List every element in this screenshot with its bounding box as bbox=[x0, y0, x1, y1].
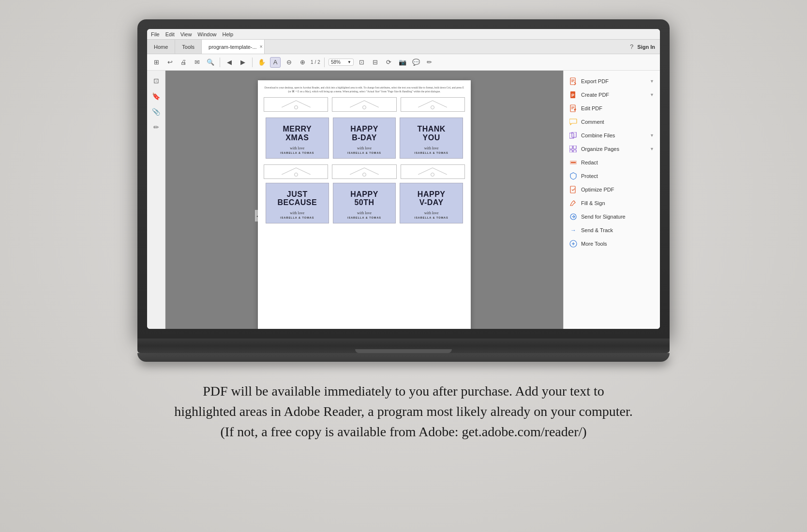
sidebar-layers-icon[interactable]: ✏ bbox=[150, 121, 163, 133]
protect-left: Protect bbox=[569, 172, 598, 180]
sign-in-button[interactable]: Sign In bbox=[637, 44, 655, 50]
comment-tool-icon[interactable]: 💬 bbox=[411, 57, 421, 68]
gift-tag-3: THANKYOU with love ISABELLA & TOMAS bbox=[400, 118, 463, 158]
comment-icon bbox=[569, 118, 577, 126]
sidebar-bookmarks-icon[interactable]: 🔖 bbox=[150, 90, 163, 103]
fit-width-icon[interactable]: ⊟ bbox=[370, 57, 381, 68]
svg-rect-12 bbox=[569, 146, 572, 149]
back-icon[interactable]: ↩ bbox=[164, 57, 175, 68]
laptop-wrapper: File Edit View Window Help Home Tools pr… bbox=[137, 19, 670, 362]
tab-bar: Home Tools program-template-... × ? Sign… bbox=[147, 40, 660, 54]
organize-pages-icon bbox=[569, 145, 577, 153]
tag-names-3: ISABELLA & TOMAS bbox=[415, 151, 448, 154]
tag-with-love-1: with love bbox=[280, 146, 314, 150]
sidebar-attachments-icon[interactable]: 📎 bbox=[150, 105, 163, 118]
menu-view[interactable]: View bbox=[180, 31, 192, 37]
laptop-bottom-bar bbox=[137, 353, 670, 362]
combine-label: Combine Files bbox=[581, 133, 615, 138]
fill-sign-left: Fill & Sign bbox=[569, 199, 605, 207]
right-panel-more-tools[interactable]: More Tools bbox=[564, 237, 660, 251]
tag-outline-4 bbox=[264, 164, 328, 179]
pdf-page: Download to your desktop, open in Acroba… bbox=[258, 80, 471, 329]
svg-rect-14 bbox=[569, 150, 572, 152]
right-panel-combine[interactable]: Combine Files ▼ bbox=[564, 129, 660, 142]
tag-outline-3 bbox=[401, 97, 465, 112]
menu-file[interactable]: File bbox=[151, 31, 160, 37]
toolbar-separator-2 bbox=[252, 58, 253, 67]
left-sidebar: ⊡ 🔖 📎 ✏ bbox=[147, 71, 165, 329]
help-icon[interactable]: ? bbox=[630, 43, 633, 50]
tab-file[interactable]: program-template-... × bbox=[202, 40, 265, 54]
bottom-text-line3: (If not, a free copy is available from A… bbox=[174, 422, 633, 442]
hand-icon[interactable]: ✋ bbox=[256, 57, 267, 68]
menu-bar: File Edit View Window Help bbox=[147, 29, 660, 40]
tab-close-icon[interactable]: × bbox=[260, 44, 263, 49]
tag-names-1: ISABELLA & TOMAS bbox=[280, 151, 314, 154]
zoom-out-icon[interactable]: ⊖ bbox=[284, 57, 294, 68]
protect-icon bbox=[569, 172, 577, 180]
sidebar-pages-icon[interactable]: ⊡ bbox=[150, 74, 163, 87]
email-icon[interactable]: ✉ bbox=[192, 57, 202, 68]
right-panel-organize[interactable]: Organize Pages ▼ bbox=[564, 142, 660, 156]
right-panel-fill-sign[interactable]: Fill & Sign bbox=[564, 196, 660, 210]
tag-outline-2 bbox=[332, 97, 396, 112]
tag-hole-2 bbox=[362, 105, 366, 109]
right-panel-create-pdf[interactable]: P Create PDF ▼ bbox=[564, 88, 660, 102]
select-icon[interactable]: A bbox=[270, 57, 281, 68]
gift-tag-6: HAPPYV-DAY with love ISABELLA & TOMAS bbox=[400, 183, 463, 223]
create-pdf-left: P Create PDF bbox=[569, 91, 609, 99]
tab-home[interactable]: Home bbox=[147, 40, 175, 54]
menu-window[interactable]: Window bbox=[197, 31, 216, 37]
right-panel-export-pdf[interactable]: Export PDF ▼ bbox=[564, 74, 660, 88]
tag-with-love-4: with love bbox=[280, 211, 314, 215]
snapshot-icon[interactable]: 📷 bbox=[397, 57, 408, 68]
new-window-icon[interactable]: ⊞ bbox=[151, 57, 162, 68]
right-panel-protect[interactable]: Protect bbox=[564, 169, 660, 183]
right-panel-send-track[interactable]: → Send & Track bbox=[564, 223, 660, 237]
fit-page-icon[interactable]: ⊡ bbox=[357, 57, 367, 68]
right-panel-send-signature[interactable]: Send for Signature bbox=[564, 210, 660, 223]
next-page-icon[interactable]: ▶ bbox=[238, 57, 248, 68]
gift-tag-4: JUSTBECAUSE with love ISABELLA & TOMAS bbox=[266, 183, 329, 223]
create-pdf-chevron-icon: ▼ bbox=[650, 92, 654, 97]
send-signature-label: Send for Signature bbox=[581, 214, 626, 220]
comment-left: Comment bbox=[569, 118, 604, 126]
tag-footer-2: with love ISABELLA & TOMAS bbox=[347, 146, 381, 154]
tab-tools[interactable]: Tools bbox=[175, 40, 202, 54]
protect-label: Protect bbox=[581, 173, 598, 179]
organize-label: Organize Pages bbox=[581, 146, 619, 152]
right-panel-redact[interactable]: Redact bbox=[564, 156, 660, 169]
more-tools-label: More Tools bbox=[581, 241, 607, 247]
top-tag-row bbox=[264, 97, 465, 112]
svg-text:P: P bbox=[571, 93, 574, 98]
sign-in-area: ? Sign In bbox=[630, 43, 660, 50]
rotate-icon[interactable]: ⟳ bbox=[384, 57, 394, 68]
right-panel-optimize[interactable]: Optimize PDF bbox=[564, 183, 660, 196]
right-panel-comment[interactable]: Comment bbox=[564, 115, 660, 129]
export-pdf-left: Export PDF bbox=[569, 77, 609, 85]
gift-tag-1: MERRYXMAS with love ISABELLA & TOMAS bbox=[266, 118, 329, 158]
tag-with-love-2: with love bbox=[347, 146, 381, 150]
zoom-control[interactable]: 58% ▼ bbox=[329, 59, 354, 66]
gift-tags-grid: MERRYXMAS with love ISABELLA & TOMAS HAP… bbox=[264, 116, 465, 160]
comment-label: Comment bbox=[581, 119, 604, 125]
tag-title-1: MERRYXMAS bbox=[283, 125, 312, 142]
print-icon[interactable]: 🖨 bbox=[178, 57, 189, 68]
combine-files-icon bbox=[569, 132, 577, 139]
svg-rect-6 bbox=[570, 105, 575, 112]
menu-edit[interactable]: Edit bbox=[165, 31, 175, 37]
right-panel-edit-pdf[interactable]: Edit PDF bbox=[564, 102, 660, 115]
more-tools-icon bbox=[569, 240, 577, 248]
menu-help[interactable]: Help bbox=[222, 31, 233, 37]
prev-page-icon[interactable]: ◀ bbox=[224, 57, 235, 68]
zoom-in-icon[interactable]: ⊕ bbox=[297, 57, 308, 68]
draw-icon[interactable]: ✏ bbox=[424, 57, 435, 68]
svg-rect-18 bbox=[570, 186, 575, 193]
create-pdf-label: Create PDF bbox=[581, 92, 609, 98]
tag-footer-6: with love ISABELLA & TOMAS bbox=[415, 211, 448, 219]
send-signature-left: Send for Signature bbox=[569, 213, 626, 221]
svg-rect-13 bbox=[573, 146, 576, 149]
send-track-left: → Send & Track bbox=[569, 226, 613, 234]
search-icon[interactable]: 🔍 bbox=[205, 57, 216, 68]
tag-title-2: HAPPYB-DAY bbox=[350, 125, 378, 142]
